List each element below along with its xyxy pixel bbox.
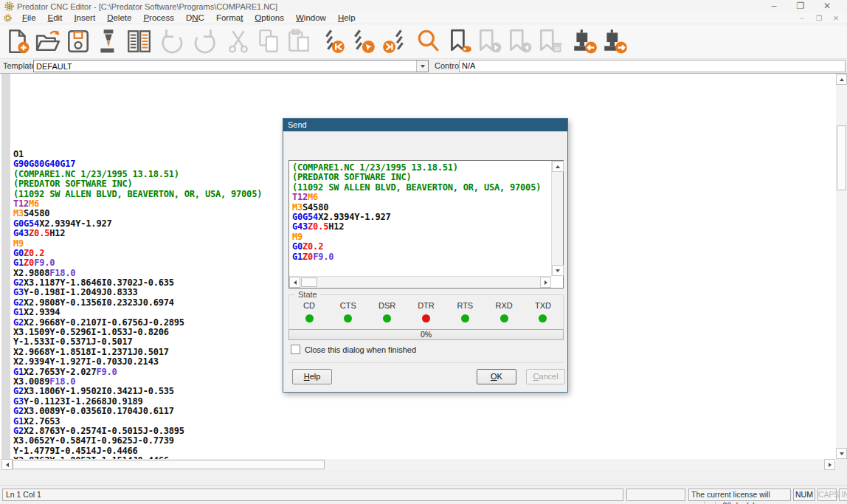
dialog-vertical-scrollbar[interactable] xyxy=(551,161,563,276)
paste-icon xyxy=(286,28,312,55)
restore-icon[interactable]: ❐ xyxy=(792,1,809,12)
machine-tool-icon xyxy=(95,28,122,55)
menu-item-delete[interactable]: Delete xyxy=(101,13,137,24)
template-dropdown-button[interactable] xyxy=(416,61,428,72)
indicator-dot xyxy=(305,314,314,322)
menu-item-dnc[interactable]: DNC xyxy=(180,13,210,24)
bookmark-add-icon xyxy=(446,28,472,55)
control-label: Control xyxy=(435,61,460,70)
template-control-bar: Template DEFAULT Control N/A xyxy=(0,59,847,74)
editor-vertical-scrollbar[interactable] xyxy=(836,74,847,459)
scroll-up-icon[interactable] xyxy=(552,161,564,172)
menu-item-window[interactable]: Window xyxy=(290,13,332,24)
goto-start-icon xyxy=(320,28,347,55)
code-line: X2.9808F18.0 xyxy=(13,269,262,278)
document-system-menu-icon[interactable] xyxy=(4,14,12,22)
new-file-button[interactable] xyxy=(2,25,32,58)
send-progress-bar: 0% xyxy=(288,329,564,340)
open-file-button[interactable] xyxy=(32,25,63,58)
code-line: G1Z0F9.0 xyxy=(292,252,550,262)
compare-button[interactable] xyxy=(123,25,153,58)
code-line: (COMPARE1.NC 1/23/1995 13.18.51) xyxy=(13,170,262,179)
toolbar xyxy=(0,24,847,59)
code-line: M3S4580 xyxy=(13,209,262,218)
dialog-horizontal-scrollbar[interactable] xyxy=(289,276,551,288)
minimize-icon[interactable]: – xyxy=(766,1,782,12)
indicator-dot xyxy=(383,314,391,322)
horizontal-scroll-thumb[interactable] xyxy=(13,460,325,469)
indicator-dot xyxy=(422,314,430,322)
menu-item-format[interactable]: Format xyxy=(210,13,249,24)
goto-start-button[interactable] xyxy=(318,25,348,58)
code-line: (11092 SW ALLEN BLVD, BEAVERTON, OR, USA… xyxy=(292,183,550,193)
mdi-minimize-icon[interactable]: – xyxy=(797,13,807,23)
close-when-finished-row: Close this dialog when finished xyxy=(291,345,416,354)
scroll-down-icon[interactable] xyxy=(552,265,564,276)
send-preview-textarea[interactable]: (COMPARE1.NC 1/23/1995 13.18.51)(PREDATO… xyxy=(288,160,564,289)
state-indicator-rts: RTS xyxy=(449,301,480,322)
close-icon[interactable]: ✕ xyxy=(819,1,835,12)
mdi-close-icon[interactable]: ✕ xyxy=(831,13,841,23)
vertical-scroll-thumb[interactable] xyxy=(837,125,846,190)
num-lock-indicator: NUM xyxy=(793,489,815,501)
horizontal-scroll-thumb[interactable] xyxy=(301,277,317,287)
scroll-right-icon[interactable] xyxy=(540,277,551,288)
code-line: (PREDATOR SOFTWARE INC) xyxy=(292,173,550,182)
scroll-right-icon[interactable] xyxy=(824,459,835,470)
menu-item-process[interactable]: Process xyxy=(137,13,180,24)
goto-cursor-button[interactable] xyxy=(348,25,378,58)
menu-item-help[interactable]: Help xyxy=(332,13,362,24)
indicator-dot xyxy=(461,314,469,322)
receive-dnc-button[interactable] xyxy=(569,25,599,58)
indicator-label: CD xyxy=(294,301,325,310)
close-when-finished-label: Close this dialog when finished xyxy=(305,345,416,354)
state-groupbox-label: State xyxy=(295,290,320,299)
indicator-label: TXD xyxy=(528,301,559,310)
save-file-button[interactable] xyxy=(63,25,93,58)
menu-item-edit[interactable]: Edit xyxy=(42,13,69,24)
scroll-up-icon[interactable] xyxy=(836,74,847,85)
menu-item-file[interactable]: File xyxy=(16,13,42,24)
menu-item-insert[interactable]: Insert xyxy=(68,13,101,24)
send-dnc-button[interactable] xyxy=(599,25,629,58)
license-status: The current license will expire in 29 da… xyxy=(688,489,791,501)
goto-end-button[interactable] xyxy=(378,25,409,58)
scroll-left-icon[interactable] xyxy=(289,277,300,288)
insert-mode-indicator: INS xyxy=(839,489,847,501)
menu-bar: FileEditInsertDeleteProcessDNCFormatOpti… xyxy=(0,13,847,24)
template-label: Template xyxy=(3,61,36,70)
indicator-label: DTR xyxy=(410,301,441,310)
control-field[interactable]: N/A xyxy=(459,60,846,72)
bookmark-next-icon xyxy=(476,28,502,55)
close-when-finished-checkbox[interactable] xyxy=(291,345,300,354)
template-dropdown[interactable]: DEFAULT xyxy=(33,60,429,72)
code-line: X3.0652Y-0.5847I-0.9625J-0.7739 xyxy=(13,436,262,446)
ok-button[interactable]: OK xyxy=(477,369,516,384)
code-line: M3S4580 xyxy=(292,203,550,213)
bookmark-delete-icon xyxy=(536,28,563,55)
state-indicator-cts: CTS xyxy=(333,301,364,322)
indicator-dot xyxy=(539,314,547,322)
mdi-restore-icon[interactable]: ❐ xyxy=(814,13,824,23)
dialog-separator xyxy=(288,362,564,363)
scroll-down-icon[interactable] xyxy=(836,448,847,459)
code-line: M9 xyxy=(292,232,550,242)
menu-item-options[interactable]: Options xyxy=(249,13,290,24)
code-line: G43Z0.5H12 xyxy=(292,222,550,232)
app-logo-icon xyxy=(4,1,14,11)
state-groupbox: State CDCTSDSRDTRRTSRXDTXD xyxy=(288,294,564,334)
find-button[interactable] xyxy=(413,25,443,58)
indicator-label: RXD xyxy=(488,301,519,310)
send-dialog-title[interactable]: Send xyxy=(283,119,567,131)
editor-selection-margin xyxy=(1,74,10,459)
scroll-left-icon[interactable] xyxy=(1,459,13,470)
bookmark-toggle-button[interactable] xyxy=(443,25,474,58)
help-button[interactable]: Help xyxy=(292,369,332,384)
editor-code: O1G90G80G40G17(COMPARE1.NC 1/23/1995 13.… xyxy=(13,150,262,459)
undo-icon xyxy=(160,28,187,55)
redo-button xyxy=(188,25,218,58)
code-line: G43Z0.5H12 xyxy=(13,229,262,238)
cut-icon xyxy=(225,28,252,55)
backplot-button[interactable] xyxy=(93,25,123,58)
editor-horizontal-scrollbar[interactable] xyxy=(0,459,836,470)
